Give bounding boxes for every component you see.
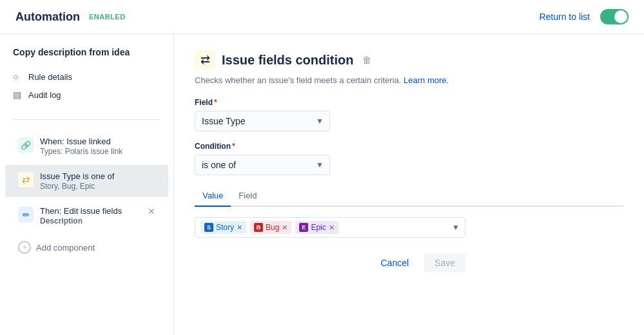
rule-details-label: Rule details [28,72,72,82]
action-step-icon: ✏ [18,207,34,222]
epic-tag-label: Epic [311,223,326,232]
save-button[interactable]: Save [424,253,465,273]
bug-tag-label: Bug [266,223,279,232]
audit-log-label: Audit log [28,90,61,100]
field-form-group: Field * Issue Type ▼ [195,98,623,131]
tag-story: S Story ✕ [200,221,246,234]
add-circle-icon: + [18,241,31,254]
action-step-subtitle: Description [40,216,141,225]
sidebar-nav: ○ Rule details ▤ Audit log [0,68,173,114]
step-then-edit-fields[interactable]: ✏ Then: Edit issue fields Description ✕ [5,200,168,232]
sidebar-item-audit-log[interactable]: ▤ Audit log [13,86,161,104]
panel-header: ⇄ Issue fields condition 🗑 [195,50,623,70]
condition-step-icon: ⇄ [18,172,34,187]
learn-more-link[interactable]: Learn more. [404,75,449,85]
sidebar: Copy description from idea ○ Rule detail… [0,34,174,335]
app-title: Automation [15,10,80,24]
story-tag-label: Story [216,223,234,232]
enabled-toggle[interactable] [600,9,629,24]
story-tag-remove[interactable]: ✕ [237,224,242,231]
condition-step-content: Issue Type is one of Story, Bug, Epic [40,171,155,191]
sidebar-item-rule-details[interactable]: ○ Rule details [13,68,161,86]
audit-log-icon: ▤ [13,90,23,100]
when-step-content: When: Issue linked Types: Polaris issue … [40,137,155,156]
panel-title: Issue fields condition [222,53,353,68]
condition-required-mark: * [232,142,235,151]
when-step-title: When: Issue linked [40,137,155,146]
status-badge: ENABLED [89,13,126,21]
return-to-list-link[interactable]: Return to list [539,12,590,22]
action-step-content: Then: Edit issue fields Description [40,206,141,225]
epic-tag-icon: E [299,223,308,232]
action-step-title: Then: Edit issue fields [40,206,141,216]
condition-label: Condition * [195,142,623,151]
tag-field-arrow-icon[interactable]: ▼ [452,223,460,232]
trash-icon[interactable]: 🗑 [362,55,371,65]
bug-tag-remove[interactable]: ✕ [282,224,288,231]
field-required-mark: * [214,98,217,107]
tag-epic: E Epic ✕ [295,221,338,234]
cancel-button[interactable]: Cancel [370,253,419,273]
condition-select-wrapper: is one of ▼ [195,155,330,175]
condition-form-group: Condition * is one of ▼ [195,142,623,175]
form-actions: Cancel Save [195,253,465,273]
toggle-knob [614,10,627,23]
add-component-button[interactable]: + Add component [5,235,168,260]
tab-value[interactable]: Value [195,186,231,207]
sidebar-rule-title: Copy description from idea [0,47,173,68]
bug-tag-icon: B [254,223,263,232]
condition-step-subtitle: Story, Bug, Epic [40,182,155,191]
rule-details-icon: ○ [13,72,23,82]
condition-step-title: Issue Type is one of [40,171,155,181]
when-step-subtitle: Types: Polaris issue link [40,147,155,156]
header-right: Return to list [539,9,629,24]
panel-description: Checks whether an issue's field meets a … [195,75,623,85]
header-left: Automation ENABLED [15,10,126,24]
step-delete-icon[interactable]: ✕ [148,206,155,216]
epic-tag-remove[interactable]: ✕ [329,224,335,231]
sidebar-divider [13,119,161,120]
step-issue-type-condition[interactable]: ⇄ Issue Type is one of Story, Bug, Epic [5,165,168,197]
when-step-icon: 🔗 [18,137,34,153]
main-panel: ⇄ Issue fields condition 🗑 Checks whethe… [174,34,644,335]
field-select-wrapper: Issue Type ▼ [195,111,330,131]
condition-select[interactable]: is one of [195,155,330,175]
step-when-issue-linked[interactable]: 🔗 When: Issue linked Types: Polaris issu… [5,130,168,162]
story-tag-icon: S [204,223,213,232]
tag-bug: B Bug ✕ [250,221,291,234]
tab-field[interactable]: Field [231,186,264,207]
field-select[interactable]: Issue Type [195,111,330,131]
value-tag-field[interactable]: S Story ✕ B Bug ✕ E Epic ✕ ▼ [195,217,465,238]
add-component-label: Add component [36,243,95,253]
value-field-tabs: Value Field [195,186,623,207]
layout: Copy description from idea ○ Rule detail… [0,34,644,335]
panel-icon: ⇄ [195,50,215,70]
field-label: Field * [195,98,623,107]
header: Automation ENABLED Return to list [0,0,644,34]
